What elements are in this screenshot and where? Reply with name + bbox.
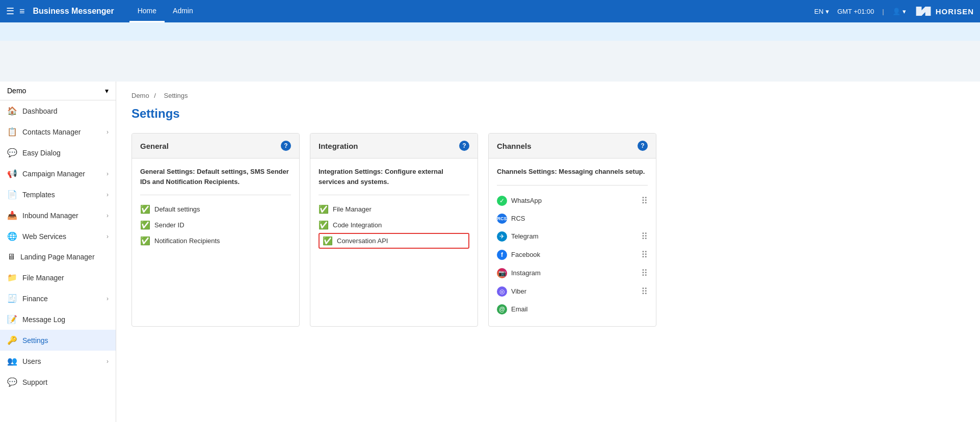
integration-card-body: Integration Settings: Configure external… (310, 159, 478, 257)
sidebar-item-settings[interactable]: 🔑 Settings (0, 330, 116, 351)
sidebar-item-support[interactable]: 💬 Support (0, 372, 116, 392)
sidebar-label-users: Users (22, 357, 41, 365)
channel-viber[interactable]: ◎ Viber ⠿ (497, 282, 648, 301)
web-services-icon: 🌐 (7, 231, 17, 241)
message-log-icon: 📝 (7, 314, 17, 324)
rcs-icon: RCS (497, 214, 507, 224)
sidebar-label-web-services: Web Services (22, 232, 66, 241)
hamburger-icon[interactable]: ☰ (6, 6, 14, 17)
sidebar-item-templates[interactable]: 📄 Templates › (0, 184, 116, 205)
integration-description: Integration Settings: Configure external… (319, 167, 469, 187)
file-manager-icon: 📁 (7, 273, 17, 282)
chevron-right-icon: › (107, 233, 109, 240)
sidebar-label-finance: Finance (22, 295, 48, 303)
sidebar-label-templates: Templates (22, 191, 55, 199)
sidebar-label-contacts: Contacts Manager (22, 128, 81, 136)
channel-viber-label: Viber (511, 287, 526, 295)
sub-header (0, 22, 980, 41)
channel-instagram-label: Instagram (511, 269, 541, 277)
instagram-icon: 📷 (497, 268, 507, 278)
channel-facebook[interactable]: f Facebook ⠿ (497, 246, 648, 264)
main-nav: Home Admin (129, 0, 201, 22)
channels-help-button[interactable]: ? (638, 141, 648, 151)
timezone-display: GMT +01:00 (837, 8, 874, 15)
integration-card: Integration ? Integration Settings: Conf… (310, 133, 478, 327)
chevron-right-icon: › (107, 191, 109, 198)
channels-card-title: Channels (497, 142, 532, 150)
breadcrumb-demo[interactable]: Demo (131, 92, 149, 99)
integration-item-code[interactable]: ✅ Code Integration (319, 217, 469, 233)
sidebar-item-easy-dialog[interactable]: 💬 Easy Dialog (0, 142, 116, 163)
chevron-right-icon: › (107, 128, 109, 136)
sidebar-label-file: File Manager (22, 274, 64, 282)
sidebar-label-settings: Settings (22, 336, 48, 345)
logo-text: HORISEN (936, 7, 974, 16)
templates-icon: 📄 (7, 190, 17, 199)
channels-description: Channels Settings: Messaging channels se… (497, 167, 648, 177)
general-help-button[interactable]: ? (281, 141, 291, 151)
check-icon: ✅ (140, 236, 150, 246)
integration-item-code-label: Code Integration (333, 221, 382, 229)
nav-admin[interactable]: Admin (165, 0, 201, 22)
sidebar-label-message-log: Message Log (22, 315, 65, 324)
channel-email[interactable]: @ Email (497, 301, 648, 318)
sidebar-item-contacts-manager[interactable]: 📋 Contacts Manager › (0, 121, 116, 142)
general-item-sender[interactable]: ✅ Sender ID (140, 217, 291, 233)
sidebar-label-landing: Landing Page Manager (20, 253, 95, 261)
channels-card-body: Channels Settings: Messaging channels se… (489, 159, 656, 326)
language-selector[interactable]: EN ▾ (814, 8, 829, 15)
top-header: ☰ ≡ Business Messenger Home Admin EN ▾ G… (0, 0, 980, 22)
channels-card: Channels ? Channels Settings: Messaging … (488, 133, 656, 327)
sidebar-label-inbound: Inbound Manager (22, 212, 78, 220)
logo: HORISEN (914, 4, 974, 18)
nav-home[interactable]: Home (129, 0, 165, 22)
sidebar-item-web-services[interactable]: 🌐 Web Services › (0, 226, 116, 247)
sidebar-item-message-log[interactable]: 📝 Message Log (0, 309, 116, 330)
channel-rcs-label: RCS (511, 215, 525, 222)
general-card: General ? General Settings: Default sett… (131, 133, 300, 327)
card-divider (140, 195, 291, 195)
chevron-down-icon: ▾ (105, 87, 109, 95)
user-menu[interactable]: 👤 ▾ (892, 8, 906, 15)
campaign-icon: 📢 (7, 169, 17, 178)
list-icon[interactable]: ≡ (19, 6, 25, 17)
channel-whatsapp-label: WhatsApp (511, 197, 542, 204)
facebook-icon: f (497, 250, 507, 260)
integration-help-button[interactable]: ? (459, 141, 469, 151)
integration-item-api[interactable]: ✅ Conversation API (319, 233, 469, 249)
telegram-icon: ✈ (497, 231, 507, 242)
sidebar-item-inbound-manager[interactable]: 📥 Inbound Manager › (0, 205, 116, 226)
breadcrumb-settings: Settings (164, 92, 188, 99)
sidebar-label-support: Support (22, 378, 47, 386)
general-item-sender-label: Sender ID (154, 221, 184, 229)
integration-card-header: Integration ? (310, 134, 478, 159)
chevron-right-icon: › (107, 170, 109, 177)
check-icon: ✅ (140, 204, 150, 214)
integration-item-api-label: Conversation API (337, 237, 388, 245)
card-divider (497, 185, 648, 186)
demo-selector[interactable]: Demo ▾ (0, 82, 116, 100)
check-icon: ✅ (319, 204, 329, 214)
check-icon: ✅ (323, 236, 333, 246)
sidebar-item-finance[interactable]: 🧾 Finance › (0, 288, 116, 309)
sidebar-item-landing-page[interactable]: 🖥 Landing Page Manager (0, 247, 116, 267)
sidebar-label-campaign: Campaign Manager (22, 170, 85, 178)
channel-whatsapp[interactable]: ✓ WhatsApp ⠿ (497, 192, 648, 210)
sidebar: Demo ▾ 🏠 Dashboard 📋 Contacts Manager › … (0, 82, 116, 422)
general-item-notification[interactable]: ✅ Notification Recipients (140, 233, 291, 249)
channel-telegram[interactable]: ✈ Telegram ⠿ (497, 227, 648, 246)
sidebar-item-file-manager[interactable]: 📁 File Manager (0, 267, 116, 288)
chevron-right-icon: › (107, 212, 109, 219)
sidebar-item-users[interactable]: 👥 Users › (0, 351, 116, 372)
grid-icon: ⠿ (641, 195, 648, 206)
chevron-right-icon: › (107, 295, 109, 302)
sidebar-item-campaign-manager[interactable]: 📢 Campaign Manager › (0, 163, 116, 184)
contacts-icon: 📋 (7, 127, 17, 137)
channel-rcs[interactable]: RCS RCS (497, 210, 648, 227)
sidebar-item-dashboard[interactable]: 🏠 Dashboard (0, 100, 116, 121)
integration-item-file[interactable]: ✅ File Manager (319, 201, 469, 217)
integration-item-file-label: File Manager (333, 205, 372, 213)
channel-instagram[interactable]: 📷 Instagram ⠿ (497, 264, 648, 282)
page-title: Settings (131, 107, 965, 121)
general-item-default[interactable]: ✅ Default settings (140, 201, 291, 217)
